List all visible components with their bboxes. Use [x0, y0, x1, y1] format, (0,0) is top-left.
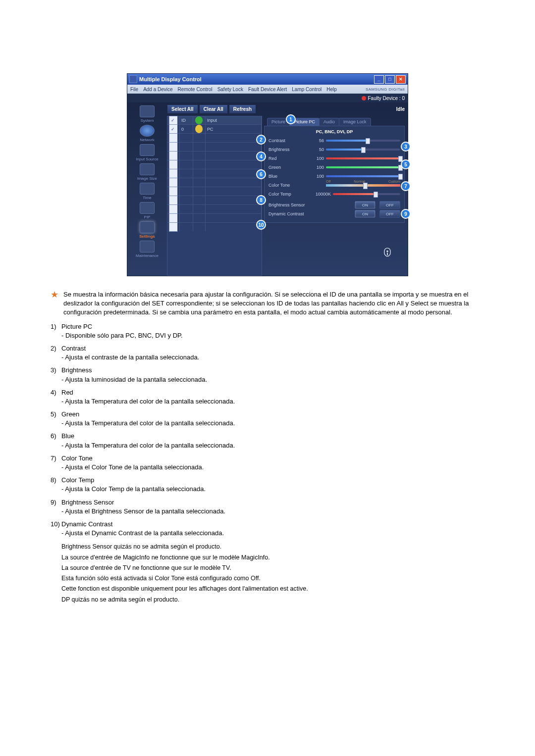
tab-image-lock[interactable]: Image Lock [339, 118, 371, 126]
row-checkbox[interactable] [169, 178, 178, 187]
blue-slider[interactable] [326, 175, 400, 177]
menu-lamp[interactable]: Lamp Control [292, 87, 321, 92]
table-row[interactable] [167, 213, 262, 222]
callout-3: 3 [401, 142, 411, 151]
sidebar-item-settings[interactable]: Settings [139, 234, 155, 239]
sidebar-item-maintenance[interactable]: Maintenance [136, 253, 159, 258]
sidebar-item-input-source[interactable]: Input Source [136, 157, 158, 161]
image-size-icon[interactable] [140, 163, 155, 175]
menu-remote[interactable]: Remote Control [178, 87, 213, 92]
time-icon[interactable] [140, 183, 155, 195]
row-id [180, 160, 193, 169]
callout-7: 7 [401, 181, 411, 191]
table-row[interactable] [167, 133, 262, 142]
sidebar-item-time[interactable]: Time [143, 196, 151, 200]
row-checkbox[interactable] [169, 142, 178, 151]
table-row[interactable] [167, 187, 262, 196]
doc-item: 1)Picture PC- Disponible sólo para PC, B… [51, 322, 484, 340]
pip-icon[interactable] [140, 202, 155, 214]
status-header-icon [195, 116, 203, 124]
menu-safety[interactable]: Safety Lock [217, 87, 243, 92]
row-checkbox[interactable] [169, 169, 178, 178]
table-row[interactable] [167, 204, 262, 213]
maximize-button[interactable]: □ [385, 75, 395, 84]
doc-item: 7)Color Tone- Ajusta el Color Tone de la… [51, 454, 484, 472]
color-temp-row: Color Temp 10000K [268, 190, 400, 199]
contrast-slider[interactable] [326, 140, 400, 142]
red-slider[interactable] [326, 157, 400, 159]
doc-item: 5)Green- Ajusta la Temperatura del color… [51, 410, 484, 428]
select-all-checkbox[interactable] [169, 116, 178, 125]
row-checkbox[interactable] [169, 213, 178, 223]
brightness-sensor-on[interactable]: ON [355, 201, 375, 209]
clear-all-button[interactable]: Clear All [199, 104, 228, 114]
row-checkbox[interactable] [169, 151, 178, 160]
tab-audio[interactable]: Audio [319, 118, 339, 126]
dynamic-contrast-on[interactable]: ON [355, 210, 375, 218]
row-checkbox[interactable] [169, 124, 178, 134]
row-checkbox[interactable] [169, 133, 178, 143]
row-input [206, 143, 262, 151]
row-id [180, 169, 193, 178]
app-icon [129, 75, 137, 83]
row-id: 0 [180, 125, 193, 133]
green-value: 100 [311, 165, 324, 170]
table-row[interactable]: 0PC [167, 124, 262, 133]
red-value: 100 [311, 156, 324, 161]
sidebar-item-network[interactable]: Network [140, 138, 154, 142]
note-line: Brightness Sensor quizás no se admita se… [61, 542, 484, 552]
table-row[interactable] [167, 196, 262, 204]
table-row[interactable] [167, 169, 262, 178]
minimize-button[interactable]: _ [374, 75, 384, 84]
select-all-button[interactable]: Select All [167, 104, 198, 114]
svg-point-1 [386, 251, 388, 252]
row-checkbox[interactable] [169, 196, 178, 205]
status-idle: Idle [396, 106, 405, 112]
table-row[interactable] [167, 142, 262, 151]
contrast-label: Contrast [268, 138, 311, 143]
row-checkbox[interactable] [169, 222, 178, 232]
maintenance-icon[interactable] [140, 241, 155, 252]
doc-item: 8)Color Temp- Ajusta la Color Temp de la… [51, 476, 484, 494]
menu-add-device[interactable]: Add a Device [143, 87, 172, 92]
row-id [180, 223, 193, 231]
grid-header: ID Input [167, 116, 262, 124]
refresh-button[interactable]: Refresh [229, 104, 256, 114]
blue-value: 100 [311, 174, 324, 179]
table-row[interactable] [167, 160, 262, 169]
table-row[interactable] [167, 151, 262, 160]
alert-icon [382, 247, 393, 261]
sidebar-item-pip[interactable]: PIP [144, 215, 151, 219]
row-checkbox[interactable] [169, 187, 178, 196]
sidebar-item-system[interactable]: System [141, 118, 154, 123]
color-tone-slider[interactable]: OffNormalCustom [326, 184, 400, 187]
contrast-value: 56 [311, 138, 324, 143]
brightness-slider[interactable] [326, 149, 400, 151]
menu-file[interactable]: File [130, 87, 138, 92]
dynamic-contrast-row: Dynamic Contrast ON OFF [268, 209, 400, 218]
table-row[interactable] [167, 222, 262, 231]
settings-icon[interactable] [140, 221, 155, 233]
status-dot-icon [195, 125, 203, 133]
input-source-icon[interactable] [140, 144, 155, 156]
row-input [206, 205, 262, 213]
row-checkbox[interactable] [169, 160, 178, 169]
brightness-sensor-off[interactable]: OFF [379, 201, 400, 209]
network-icon[interactable] [140, 125, 155, 137]
device-grid: ID Input 0PC [167, 116, 262, 276]
dynamic-contrast-off[interactable]: OFF [379, 210, 400, 218]
system-icon[interactable] [140, 105, 155, 117]
menu-fault[interactable]: Fault Device Alert [248, 87, 287, 92]
red-row: Red100 [268, 154, 400, 163]
color-temp-slider[interactable] [333, 193, 400, 195]
green-slider[interactable] [326, 166, 400, 168]
close-button[interactable]: ✕ [396, 75, 406, 84]
row-input: PC [206, 125, 262, 133]
titlebar: Multiple Display Control _ □ ✕ [127, 74, 408, 85]
sidebar-item-image-size[interactable]: Image Size [137, 176, 157, 181]
table-row[interactable] [167, 178, 262, 187]
color-tone-row: Color Tone OffNormalCustom [268, 181, 400, 190]
row-checkbox[interactable] [169, 204, 178, 214]
doc-item: 4)Red- Ajusta la Temperatura del color d… [51, 388, 484, 406]
menu-help[interactable]: Help [326, 87, 337, 92]
